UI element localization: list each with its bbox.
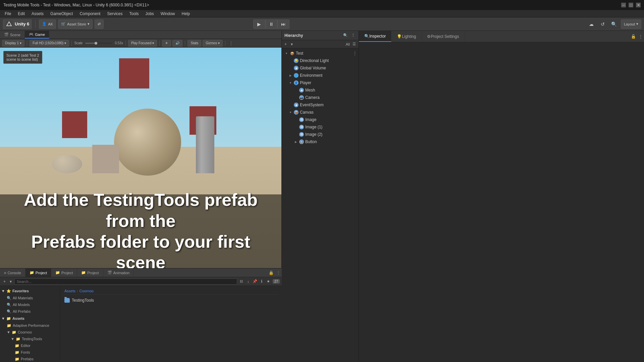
game-viewport[interactable]: Scene 2 (add Test 2 scene to scene list)…: [0, 48, 281, 268]
breadcrumb-coornoo[interactable]: Coornoo: [79, 289, 94, 293]
tree-item-button[interactable]: ▶ 🔘 Button: [282, 138, 359, 145]
bottom-menu-button[interactable]: ▾: [8, 279, 13, 285]
sidebar-coornoo[interactable]: ▼ 📁 Coornoo: [0, 329, 60, 336]
right-panel-more-icon[interactable]: ⋮: [637, 34, 644, 40]
account-button[interactable]: 👤 AK: [39, 19, 56, 29]
test-more-icon[interactable]: ⋮: [351, 51, 359, 56]
project-search-input[interactable]: [14, 279, 237, 285]
sidebar-prefabs[interactable]: 📁 Prefabs: [0, 356, 60, 362]
history-button[interactable]: ↺: [598, 19, 607, 29]
cloud-button[interactable]: ☁: [587, 19, 596, 29]
bottom-more-icon[interactable]: ⋮: [275, 270, 282, 275]
breadcrumb-assets[interactable]: Assets: [64, 289, 75, 293]
tree-item-camera[interactable]: 📷 Camera: [282, 94, 359, 101]
bottom-tab-project3[interactable]: 📁 Project: [77, 268, 103, 277]
menu-help[interactable]: Help: [179, 11, 193, 17]
sidebar-fonts[interactable]: 📁 Fonts: [0, 349, 60, 356]
sun-button[interactable]: ☀: [162, 40, 171, 47]
minimize-button[interactable]: ─: [621, 3, 626, 7]
search-filter-icon[interactable]: ⊟: [238, 279, 245, 285]
bottom-tab-project1[interactable]: 📁 Project: [25, 268, 51, 277]
right-panel-tabs: 🔍 Inspector 💡 Lighting ⚙ Project Setting…: [359, 31, 644, 42]
sidebar-all-prefabs[interactable]: 🔍 All Prefabs: [0, 308, 60, 315]
menu-tools[interactable]: Tools: [126, 11, 141, 17]
menu-services[interactable]: Services: [104, 11, 125, 17]
menu-component[interactable]: Component: [77, 11, 103, 17]
tree-item-test[interactable]: ▼ 📦 Test ⋮: [282, 50, 359, 57]
testingtools-folder-item[interactable]: TestingTools: [63, 296, 279, 305]
hierarchy-filter-icon[interactable]: ☰: [351, 41, 357, 47]
menu-file[interactable]: File: [2, 11, 14, 17]
play-button[interactable]: ▶: [253, 19, 265, 29]
favorites-header[interactable]: ▼ ⭐ Favorites: [0, 287, 60, 295]
asset-store-button[interactable]: 🛒 Asset Store ▾: [58, 19, 93, 29]
display-selector[interactable]: Display 1 ▾: [2, 40, 24, 47]
tree-item-environment[interactable]: ▶ 🌐 Environment: [282, 72, 359, 79]
menu-window[interactable]: Window: [158, 11, 178, 17]
chevron-down-icon: ▾: [88, 22, 90, 26]
tree-item-canvas[interactable]: ▼ 📦 Canvas: [282, 109, 359, 116]
layout-button[interactable]: Layout ▾: [621, 19, 641, 29]
sidebar-adaptive-performance[interactable]: 📁 Adaptive Performance: [0, 322, 60, 329]
assets-header[interactable]: ▼ 📁 Assets: [0, 315, 60, 322]
tree-item-player[interactable]: ▼ 👤 Player: [282, 79, 359, 86]
sidebar-all-materials[interactable]: 🔍 All Materials: [0, 295, 60, 301]
pause-button[interactable]: ⏸: [265, 19, 277, 29]
bottom-add-button[interactable]: +: [2, 279, 7, 285]
tree-item-global-volume[interactable]: ◉ Global Volume: [282, 64, 359, 72]
sort-icon[interactable]: ↕: [245, 279, 251, 285]
toolbar: Unity 6 👤 AK 🛒 Asset Store ▾ ⇄ ▶ ⏸ ⏭ ☁ ↺…: [0, 17, 644, 31]
unity-logo[interactable]: Unity 6: [3, 19, 32, 29]
play-focused-button[interactable]: Play Focused ▾: [128, 40, 157, 47]
resolution-selector[interactable]: Full HD (644x362) ▾: [30, 40, 69, 47]
audio-button[interactable]: 🔊: [172, 40, 182, 47]
gizmos-button[interactable]: Gizmos ▾: [203, 40, 223, 47]
tree-item-directional-light[interactable]: 💡 Directional Light: [282, 57, 359, 64]
sidebar-all-models[interactable]: 🔍 All Models: [0, 301, 60, 308]
pin-icon[interactable]: 📌: [252, 279, 258, 285]
close-button[interactable]: ✕: [636, 3, 641, 7]
scale-slider[interactable]: [85, 43, 112, 44]
tab-project-settings[interactable]: ⚙ Project Settings: [422, 31, 465, 42]
hierarchy-more-icon[interactable]: ⋮: [350, 33, 356, 39]
bottom-tab-animation[interactable]: 🎬 Animation: [103, 268, 134, 277]
more-options-button[interactable]: ⋮: [228, 41, 234, 46]
inspector-content: [359, 42, 644, 362]
project2-tab-label: Project: [61, 271, 73, 275]
game-tab[interactable]: 🎮 Game: [25, 31, 49, 39]
assets-folder-icon: 📁: [6, 316, 11, 321]
scale-handle[interactable]: [95, 42, 97, 45]
tree-item-image[interactable]: 🖼 Image: [282, 116, 359, 123]
bottom-tab-console[interactable]: ≡ Console: [0, 268, 25, 277]
global-volume-toggle: [288, 66, 292, 70]
search-button[interactable]: 🔍: [609, 19, 619, 29]
hierarchy-search-icon[interactable]: 🔍: [342, 33, 348, 39]
dir-light-label: Directional Light: [300, 58, 359, 63]
hierarchy-add-button[interactable]: +: [283, 41, 288, 47]
tree-item-eventsystem[interactable]: ◉ EventSystem: [282, 101, 359, 109]
tab-inspector[interactable]: 🔍 Inspector: [359, 31, 391, 42]
stats-button[interactable]: Stats: [187, 40, 201, 47]
menu-edit[interactable]: Edit: [15, 11, 28, 17]
menu-assets[interactable]: Assets: [29, 11, 46, 17]
sphere-small: [52, 155, 82, 173]
collab-button[interactable]: ⇄: [95, 19, 104, 29]
menu-gameobject[interactable]: GameObject: [48, 11, 75, 17]
sidebar-testingtools[interactable]: ▼ 📁 TestingTools: [0, 336, 60, 342]
maximize-button[interactable]: □: [629, 3, 633, 7]
tree-item-image1[interactable]: 🖼 Image (1): [282, 123, 359, 131]
info-icon[interactable]: ℹ: [259, 279, 265, 285]
sidebar-editor[interactable]: 📁 Editor: [0, 342, 60, 349]
tree-item-mesh[interactable]: ◉ Mesh: [282, 86, 359, 94]
tab-lighting[interactable]: 💡 Lighting: [391, 31, 422, 42]
step-button[interactable]: ⏭: [277, 19, 289, 29]
hierarchy-down-button[interactable]: ▾: [289, 41, 294, 47]
bottom-tab-project2[interactable]: 📁 Project: [51, 268, 77, 277]
menu-jobs[interactable]: Jobs: [143, 11, 156, 17]
star-icon[interactable]: ★: [265, 279, 271, 285]
scene-tab[interactable]: 🎬 Scene: [0, 31, 25, 39]
tree-item-image2[interactable]: 🖼 Image (2): [282, 131, 359, 138]
canvas-icon: 📦: [294, 110, 299, 115]
right-panel-lock-icon[interactable]: 🔓: [630, 34, 637, 40]
bottom-lock-icon[interactable]: 🔒: [267, 270, 275, 276]
